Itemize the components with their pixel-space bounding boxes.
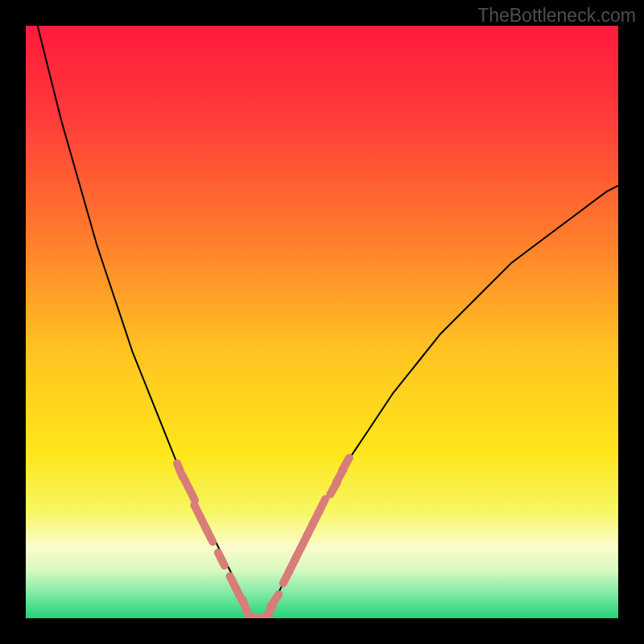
chart-background: [26, 26, 618, 618]
bottleneck-chart: [26, 26, 618, 618]
chart-frame: TheBottleneck.com: [0, 0, 644, 644]
watermark-text: TheBottleneck.com: [477, 5, 636, 27]
